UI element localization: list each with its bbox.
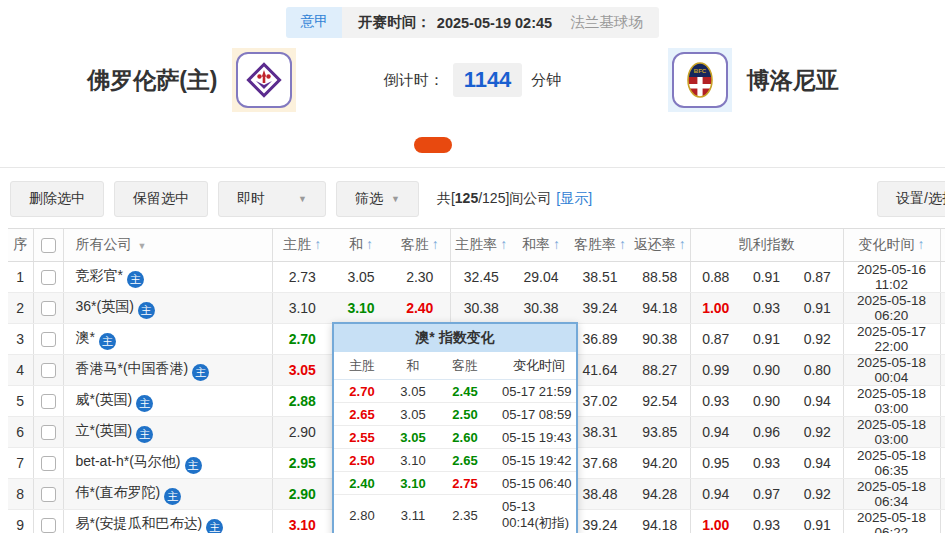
company-cell[interactable]: 36*(英国)主: [63, 293, 272, 324]
odds-draw-cell[interactable]: 3.05: [332, 262, 390, 293]
payout-rate-cell: 94.20: [630, 448, 690, 479]
kelly-away-cell: 0.92: [792, 417, 843, 448]
odds-draw-cell[interactable]: 3.10: [332, 293, 390, 324]
row-checkbox-cell: [33, 355, 63, 386]
popup-change-time: 05-15 06:40: [494, 476, 576, 491]
company-name: bet-at-h*(马尔他): [76, 453, 181, 469]
header-home-odds[interactable]: 主胜↑: [272, 229, 332, 262]
popup-home-odds: 2.80: [334, 508, 390, 523]
sort-up-icon: ↑: [679, 236, 686, 252]
odds-home-cell[interactable]: 2.88: [272, 386, 332, 417]
popup-away-odds: 2.60: [436, 430, 494, 445]
delete-selected-button[interactable]: 删除选中: [10, 181, 104, 217]
row-checkbox-cell: [33, 448, 63, 479]
odds-home-cell[interactable]: 2.73: [272, 262, 332, 293]
payout-rate-cell: 94.18: [630, 293, 690, 324]
kelly-draw-cell: 0.97: [741, 479, 792, 510]
chevron-down-icon: ▼: [298, 194, 307, 204]
instant-dropdown[interactable]: 即时 ▼: [218, 181, 326, 217]
header-company[interactable]: 所有公司▼: [63, 229, 272, 262]
popup-home-odds: 2.70: [334, 384, 390, 399]
header-home-rate[interactable]: 主胜率↑: [450, 229, 512, 262]
home-badge-icon: 主: [185, 457, 202, 474]
odds-home-cell[interactable]: 2.90: [272, 417, 332, 448]
company-cell[interactable]: bet-at-h*(马尔他)主: [63, 448, 272, 479]
filter-dropdown[interactable]: 筛选 ▼: [336, 181, 419, 217]
popup-header-away: 客胜: [436, 357, 494, 375]
table-toolbar: 删除选中 保留选中 即时 ▼ 筛选 ▼ 共[125/125]间公司[显示] 设置…: [0, 168, 945, 228]
away-team: BFC 博洛尼亚: [668, 48, 839, 112]
kelly-away-cell: 0.87: [792, 262, 843, 293]
row-checkbox[interactable]: [41, 270, 56, 285]
odds-home-cell[interactable]: 3.10: [272, 510, 332, 533]
draw-rate-cell: 30.38: [512, 293, 570, 324]
row-index: 6: [8, 417, 33, 448]
kelly-home-cell: 0.99: [690, 355, 741, 386]
kelly-away-cell: 0.91: [792, 510, 843, 533]
extra-cell: [940, 417, 945, 448]
odds-away-cell[interactable]: 2.40: [390, 293, 450, 324]
row-checkbox[interactable]: [41, 456, 56, 471]
odds-home-cell[interactable]: 2.95: [272, 448, 332, 479]
odds-home-cell[interactable]: 3.10: [272, 293, 332, 324]
row-checkbox[interactable]: [41, 518, 56, 533]
sort-up-icon: ↑: [500, 236, 507, 252]
settings-button[interactable]: 设置/选指: [877, 181, 945, 217]
row-checkbox[interactable]: [41, 487, 56, 502]
extra-cell: [940, 355, 945, 386]
popup-header-time: 变化时间: [494, 357, 576, 375]
row-checkbox[interactable]: [41, 425, 56, 440]
company-cell[interactable]: 易*(安提瓜和巴布达)主: [63, 510, 272, 533]
row-index: 8: [8, 479, 33, 510]
select-all-checkbox[interactable]: [41, 238, 56, 253]
company-cell[interactable]: 香港马*(中国香港)主: [63, 355, 272, 386]
home-badge-icon: 主: [136, 395, 153, 412]
company-cell[interactable]: 竞彩官*主: [63, 262, 272, 293]
company-cell[interactable]: 伟*(直布罗陀)主: [63, 479, 272, 510]
row-index: 3: [8, 324, 33, 355]
odds-away-cell[interactable]: 2.30: [390, 262, 450, 293]
header-away-odds[interactable]: 客胜↑: [390, 229, 450, 262]
extra-cell: [940, 262, 945, 293]
company-name: 伟*(直布罗陀): [76, 484, 161, 500]
show-link[interactable]: [显示]: [556, 190, 592, 206]
popup-row: 2.40 3.10 2.75 05-15 06:40: [334, 472, 576, 495]
tab-active[interactable]: [414, 137, 452, 153]
away-rate-cell: 38.31: [570, 417, 630, 448]
extra-cell: [940, 386, 945, 417]
home-rate-cell: 30.38: [450, 293, 512, 324]
kelly-home-cell: 0.87: [690, 324, 741, 355]
header-away-rate[interactable]: 客胜率↑: [570, 229, 630, 262]
kelly-home-cell: 0.93: [690, 386, 741, 417]
row-checkbox[interactable]: [41, 394, 56, 409]
kelly-draw-cell: 0.93: [741, 293, 792, 324]
instant-dropdown-label: 即时: [237, 190, 265, 208]
row-checkbox-cell: [33, 386, 63, 417]
header-payout-rate[interactable]: 返还率↑: [630, 229, 690, 262]
filter-dropdown-label: 筛选: [355, 190, 383, 208]
row-checkbox[interactable]: [41, 332, 56, 347]
popup-home-odds: 2.65: [334, 407, 390, 422]
header-change-time[interactable]: 变化时间↑: [843, 229, 940, 262]
row-checkbox[interactable]: [41, 363, 56, 378]
keep-selected-button[interactable]: 保留选中: [114, 181, 208, 217]
row-checkbox[interactable]: [41, 301, 56, 316]
payout-rate-cell: 92.54: [630, 386, 690, 417]
popup-header-draw: 和: [390, 357, 436, 375]
company-name: 立*(英国): [76, 422, 133, 438]
kelly-home-cell: 0.95: [690, 448, 741, 479]
company-cell[interactable]: 澳*主: [63, 324, 272, 355]
header-draw-rate[interactable]: 和率↑: [512, 229, 570, 262]
analysis-tabs: [0, 122, 945, 168]
company-cell[interactable]: 立*(英国)主: [63, 417, 272, 448]
extra-cell: [940, 479, 945, 510]
popup-change-time: 05-13 00:14(初指): [494, 499, 576, 532]
popup-draw-odds: 3.11: [390, 508, 436, 523]
header-draw-odds[interactable]: 和↑: [332, 229, 390, 262]
company-cell[interactable]: 威*(英国)主: [63, 386, 272, 417]
odds-home-cell[interactable]: 2.70: [272, 324, 332, 355]
odds-home-cell[interactable]: 3.05: [272, 355, 332, 386]
odds-home-cell[interactable]: 2.90: [272, 479, 332, 510]
sort-up-icon: ↑: [314, 236, 321, 252]
kelly-draw-cell: 0.96: [741, 417, 792, 448]
